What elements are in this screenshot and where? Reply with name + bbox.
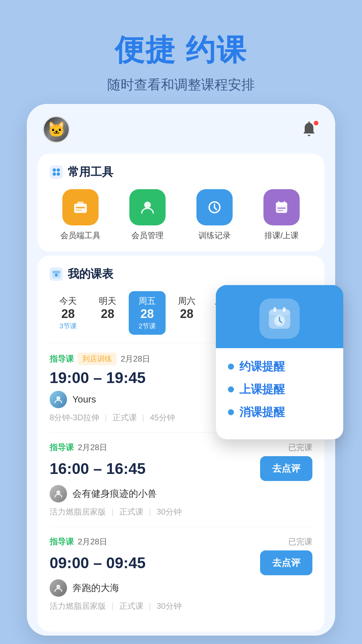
tag-store-1: 到店训练 [78, 353, 117, 365]
schedule-title: 我的课表 [50, 266, 312, 282]
svg-rect-11 [276, 202, 287, 206]
popup-dot-2 [228, 386, 234, 392]
svg-rect-14 [278, 208, 286, 209]
tool-member-manage[interactable]: 会员管理 [117, 189, 178, 241]
svg-point-8 [144, 202, 151, 208]
day-count-today: 3节课 [59, 322, 76, 331]
tools-section: 常用工具 会员端工具 [38, 154, 324, 252]
tool-icon-orange [62, 189, 99, 225]
svg-point-0 [53, 168, 56, 172]
class-time-2: 16:00 – 16:45 [50, 460, 145, 478]
svg-point-1 [57, 168, 60, 172]
tag-date-1: 2月28日 [121, 354, 150, 364]
header-subtitle: 随时查看和调整课程安排 [0, 75, 362, 94]
class-details-2: 活力燃脂居家版 | 正式课 | 30分钟 [50, 506, 312, 517]
tool-icon-purple [263, 189, 300, 225]
popup-text-2: 上课提醒 [239, 382, 285, 397]
class-tags-2: 指导课 2月28日 [50, 442, 107, 453]
svg-rect-12 [278, 201, 280, 204]
day-tab-friday[interactable]: 周五 28 2节课 [129, 291, 166, 335]
svg-point-18 [55, 274, 58, 276]
tool-schedule-class[interactable]: 排课/上课 [251, 189, 312, 241]
tool-label-4: 排课/上课 [264, 230, 299, 241]
class-details-3: 活力燃脂居家版 | 正式课 | 30分钟 [50, 601, 312, 611]
svg-rect-7 [76, 210, 81, 211]
tool-training-record[interactable]: 训练记录 [184, 189, 245, 241]
review-button-3[interactable]: 去点评 [260, 550, 312, 575]
tool-member-tools[interactable]: 会员端工具 [50, 189, 111, 241]
tag-guide-1: 指导课 [50, 354, 74, 364]
tools-section-icon [50, 165, 63, 179]
trainer-name-3: 奔跑的大海 [72, 582, 119, 594]
tag-date-3: 2月28日 [78, 536, 107, 547]
completed-label-3: 已完课 [288, 536, 312, 547]
svg-rect-13 [284, 201, 285, 204]
day-num-friday: 28 [140, 307, 154, 321]
popup-text-1: 约课提醒 [239, 359, 285, 374]
trainer-avatar-1 [50, 391, 67, 408]
day-name-friday: 周五 [138, 295, 156, 307]
svg-rect-17 [52, 271, 60, 273]
day-tab-tomorrow[interactable]: 明天 28 [89, 291, 126, 335]
popup-item-3: 消课提醒 [228, 405, 331, 420]
class-time-row-3: 09:00 – 09:45 去点评 [50, 550, 312, 575]
svg-point-21 [56, 585, 60, 589]
popup-top-area [216, 285, 343, 348]
tag-date-2: 2月28日 [78, 442, 107, 453]
trainer-name-2: 会有健身痕迹的小兽 [72, 487, 157, 500]
tool-icon-blue [196, 189, 233, 225]
class-tags-3: 指导课 2月28日 [50, 536, 107, 547]
title-accent: 约课 [186, 33, 247, 66]
day-num-tomorrow: 28 [101, 307, 114, 321]
day-name-tomorrow: 明天 [99, 295, 116, 307]
schedule-title-text: 我的课表 [68, 266, 113, 282]
schedule-icon [50, 267, 63, 281]
tools-section-title: 常用工具 [50, 164, 312, 180]
tool-label-2: 会员管理 [131, 230, 164, 241]
popup-dot-1 [228, 364, 234, 370]
day-count-friday: 2节课 [138, 322, 156, 331]
popup-item-2: 上课提醒 [228, 382, 331, 397]
header-title: 便捷 约课 [0, 30, 362, 70]
avatar[interactable] [43, 116, 70, 143]
day-tab-today[interactable]: 今天 28 3节课 [50, 291, 86, 335]
class-trainer-2: 会有健身痕迹的小兽 [50, 485, 312, 502]
svg-point-3 [57, 172, 60, 176]
phone-topbar [27, 104, 335, 150]
tool-label-3: 训练记录 [198, 230, 231, 241]
tool-icon-green [129, 189, 166, 225]
popup-text-3: 消课提醒 [239, 405, 285, 420]
tools-title-text: 常用工具 [68, 164, 113, 180]
svg-point-2 [53, 172, 56, 176]
bell-button[interactable] [300, 120, 319, 139]
trainer-name-1: Yours [72, 394, 96, 405]
class-header-3: 指导课 2月28日 已完课 [50, 536, 312, 547]
class-header-2: 指导课 2月28日 已完课 [50, 442, 312, 453]
tool-label-1: 会员端工具 [60, 230, 101, 241]
header-area: 便捷 约课 随时查看和调整课程安排 [0, 0, 362, 107]
popup-dot-3 [228, 409, 234, 415]
popup-item-1: 约课提醒 [228, 359, 331, 374]
tag-guide-2: 指导课 [50, 442, 74, 453]
svg-rect-6 [76, 207, 85, 208]
popup-calendar-icon [259, 299, 300, 339]
completed-label-2: 已完课 [288, 442, 312, 453]
svg-rect-15 [278, 210, 283, 211]
class-tags-1: 指导课 到店训练 2月28日 [50, 353, 150, 365]
svg-rect-27 [283, 307, 286, 312]
day-name-today: 今天 [59, 295, 77, 307]
class-trainer-3: 奔跑的大海 [50, 579, 312, 597]
svg-point-19 [56, 396, 60, 400]
class-item-2: 指导课 2月28日 已完课 16:00 – 16:45 去点评 [50, 432, 312, 527]
title-plain: 便捷 [115, 33, 176, 66]
class-time-3: 09:00 – 09:45 [50, 554, 145, 572]
notification-badge [313, 120, 319, 126]
popup-reminder-card: 约课提醒 上课提醒 消课提醒 [216, 285, 343, 439]
review-button-2[interactable]: 去点评 [260, 456, 312, 481]
svg-rect-23 [269, 309, 290, 315]
svg-point-20 [56, 490, 60, 494]
day-num-today: 28 [61, 307, 75, 321]
class-item-3: 指导课 2月28日 已完课 09:00 – 09:45 去点评 [50, 527, 312, 621]
day-tab-saturday[interactable]: 周六 28 [168, 291, 205, 335]
class-time-row-2: 16:00 – 16:45 去点评 [50, 456, 312, 481]
